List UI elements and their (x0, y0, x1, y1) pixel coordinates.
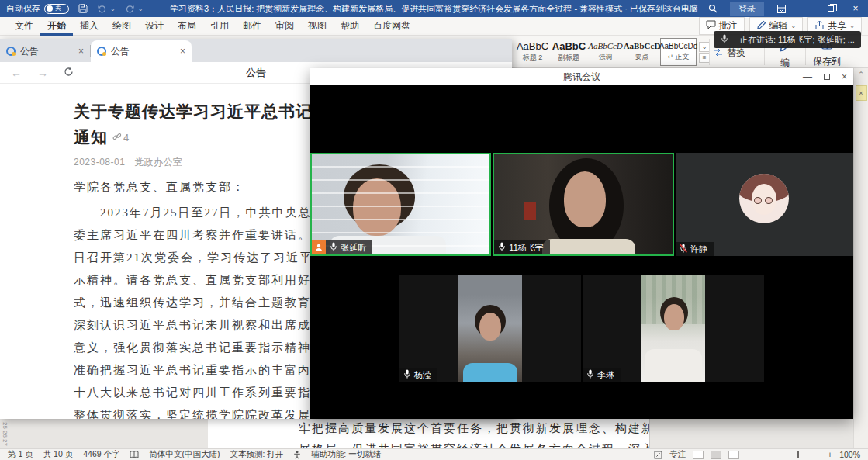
web-layout-icon[interactable] (728, 451, 739, 459)
style-emphasis[interactable]: AaBbCcD 强调 (587, 38, 624, 66)
announcement-meta: 2023-08-01 党政办公室 (74, 156, 182, 169)
maximize-button[interactable] (824, 74, 830, 80)
restore-button[interactable] (818, 0, 843, 17)
tab-close-icon[interactable]: × (78, 47, 84, 56)
participant-name: 许静 (690, 244, 707, 255)
menu-home[interactable]: 开始 (40, 17, 73, 36)
read-mode-icon[interactable] (693, 451, 704, 459)
speaking-toast: 正在讲话: 11杨飞宇; 张延昕; ... (714, 31, 861, 48)
autosave-control: 自动保存 关 (6, 3, 69, 15)
zoom-in-icon[interactable]: + (828, 450, 832, 459)
style-heading2[interactable]: AaBbC 标题 2 (514, 38, 551, 66)
tab-close-icon[interactable]: × (180, 47, 185, 56)
back-icon[interactable]: ← (11, 67, 22, 78)
paperclip-icon (112, 132, 122, 144)
menu-layout[interactable]: 布局 (171, 17, 203, 36)
save-icon[interactable] (78, 4, 88, 13)
zoom-slider-thumb[interactable] (797, 451, 799, 458)
minimize-button[interactable]: — (803, 71, 812, 82)
announcement-date: 2023-08-01 (74, 157, 125, 168)
announcement-title-line2: 通知 4 (74, 126, 130, 148)
language-indicator[interactable]: 简体中文(中国大陆) (149, 449, 220, 460)
video-tile-lilin[interactable]: 李琳 (583, 275, 764, 382)
gallery-more-icon[interactable]: ≡ (699, 53, 710, 63)
close-button[interactable]: × (842, 71, 847, 82)
participant-nametag: 张延昕 (326, 240, 372, 254)
participant-name: 李琳 (597, 369, 614, 381)
login-button[interactable]: 登录 (730, 2, 764, 16)
mic-on-icon (498, 242, 506, 253)
video-tile-yangfeiyu[interactable]: 11杨飞宇 (493, 153, 673, 256)
menu-references[interactable]: 引用 (203, 17, 236, 36)
menu-help[interactable]: 帮助 (334, 17, 366, 36)
toggle-knob-icon (47, 5, 53, 12)
vertical-ruler-number: 25 (2, 422, 9, 429)
replace-icon (712, 47, 724, 60)
chevron-down-icon: ⌄ (791, 22, 797, 29)
undo-caret-icon[interactable]: ⌄ (110, 5, 116, 12)
ribbon-display-options-icon[interactable] (769, 0, 794, 17)
forward-icon[interactable]: → (37, 67, 48, 78)
autosave-toggle[interactable]: 关 (44, 4, 69, 14)
ribbon-separator (709, 39, 710, 65)
refresh-icon[interactable] (64, 66, 74, 80)
text-prediction-indicator[interactable]: 文本预测: 打开 (230, 449, 283, 460)
minimize-button[interactable]: — (794, 0, 818, 17)
tab-announcement-2[interactable]: 公告 × (91, 40, 192, 62)
tab-strip: 公告 × 公告 × (0, 39, 512, 62)
video-tile-xujing[interactable]: 许静 (676, 153, 853, 256)
body-line: 式，迅速组织传达学习，并结合主题教育开 (74, 292, 338, 314)
participant-nametag: 李琳 (583, 368, 621, 382)
print-layout-icon[interactable] (711, 451, 721, 459)
menu-view[interactable]: 视图 (301, 17, 334, 36)
redo-icon[interactable] (125, 4, 135, 13)
style-normal[interactable]: AaBbCcDd ↵ 正文 (660, 38, 697, 66)
participant-name: 杨滢 (414, 369, 431, 381)
mic-on-icon (403, 369, 411, 380)
page-indicator[interactable]: 第 1 页 (8, 449, 33, 460)
vertical-ruler-number: 27 (2, 439, 9, 446)
attachment-indicator[interactable]: 4 (112, 132, 130, 144)
zoom-slider[interactable] (759, 455, 821, 455)
video-tile-yangying[interactable]: 杨滢 (399, 275, 581, 382)
note-marker[interactable]: × (856, 85, 867, 101)
proofing-icon[interactable] (130, 451, 139, 459)
vertical-scrollbar[interactable]: ⌃ × (853, 68, 868, 448)
replace-button[interactable]: 替换 (712, 47, 745, 60)
style-subtitle[interactable]: AaBbC 副标题 (551, 38, 587, 66)
menu-insert[interactable]: 插入 (73, 17, 105, 36)
menu-file[interactable]: 文件 (8, 17, 40, 36)
word-count[interactable]: 4469 个字 (83, 449, 119, 460)
announcement-department: 党政办公室 (134, 157, 183, 168)
video-tile-zhangyanxin[interactable]: 张延昕 (310, 153, 491, 256)
zoom-out-icon[interactable]: − (746, 450, 751, 459)
mic-on-icon (330, 242, 337, 253)
quick-access-caret-icon[interactable]: ⌄ (138, 5, 144, 12)
menu-baidu-netdisk[interactable]: 百度网盘 (366, 17, 417, 36)
glasses-icon (754, 197, 773, 204)
gallery-scroll-down-icon[interactable]: ⌄ (699, 42, 710, 52)
style-intense[interactable]: AaBbCcD 要点 (624, 38, 660, 66)
focus-mode-button[interactable]: 专注 (669, 449, 686, 460)
accessibility-status[interactable]: 辅助功能: 一切就绪 (311, 449, 381, 460)
menu-mailings[interactable]: 邮件 (236, 17, 268, 36)
portrait-video (641, 275, 705, 382)
menu-draw[interactable]: 绘图 (105, 17, 138, 36)
body-line: 示精神。请各党总支、直属党支部利用好各 (74, 269, 338, 292)
close-button[interactable]: × (843, 0, 868, 17)
portrait-video (458, 275, 522, 382)
menu-review[interactable]: 审阅 (268, 17, 301, 36)
focus-icon (654, 451, 662, 459)
speaking-toast-text: 正在讲话: 11杨飞宇; 张延昕; ... (739, 34, 855, 46)
search-icon[interactable] (700, 0, 725, 17)
undo-icon[interactable] (97, 4, 107, 13)
comment-icon (706, 20, 716, 32)
menu-design[interactable]: 设计 (138, 17, 171, 36)
zoom-level[interactable]: 100% (839, 450, 860, 459)
body-line: 意义，强化贯彻落实总书记重要指示精神的 (74, 337, 338, 359)
scroll-up-icon[interactable]: ⌃ (854, 71, 868, 78)
styles-gallery: AaBbC 标题 2 AaBbC 副标题 AaBbCcD 强调 AaBbCcD … (514, 38, 710, 66)
tab-announcement-1[interactable]: 公告 × (0, 40, 90, 62)
body-line: 深刻认识习近平总书记来川视察和出席成都 (74, 314, 338, 337)
meeting-titlebar[interactable]: 腾讯会议 — × (310, 68, 853, 85)
